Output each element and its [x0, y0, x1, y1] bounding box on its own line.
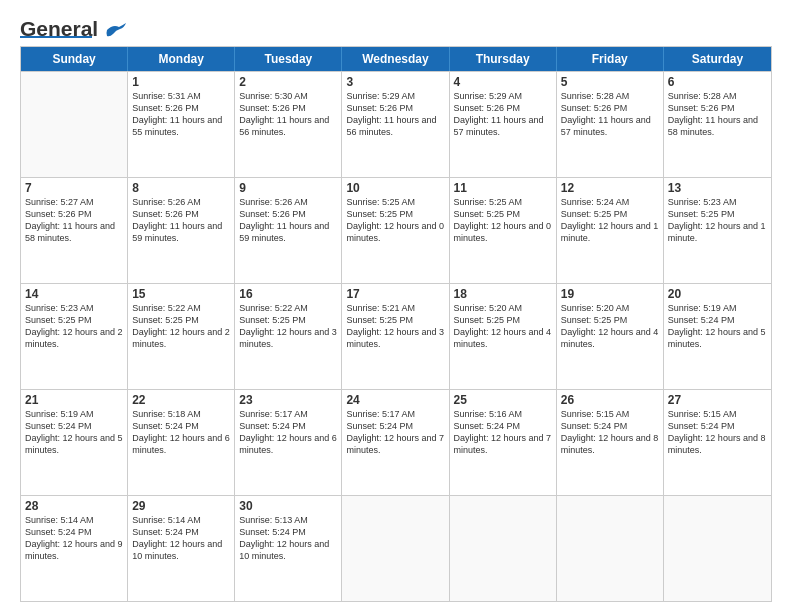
cell-info: Sunrise: 5:15 AMSunset: 5:24 PMDaylight:…: [668, 408, 767, 457]
cell-info: Sunrise: 5:20 AMSunset: 5:25 PMDaylight:…: [561, 302, 659, 351]
calendar-cell: 18Sunrise: 5:20 AMSunset: 5:25 PMDayligh…: [450, 284, 557, 389]
cell-info: Sunrise: 5:23 AMSunset: 5:25 PMDaylight:…: [25, 302, 123, 351]
day-number: 24: [346, 393, 444, 407]
day-number: 22: [132, 393, 230, 407]
day-number: 4: [454, 75, 552, 89]
calendar-cell: 17Sunrise: 5:21 AMSunset: 5:25 PMDayligh…: [342, 284, 449, 389]
calendar: SundayMondayTuesdayWednesdayThursdayFrid…: [20, 46, 772, 602]
cell-info: Sunrise: 5:26 AMSunset: 5:26 PMDaylight:…: [239, 196, 337, 245]
calendar-cell: 6Sunrise: 5:28 AMSunset: 5:26 PMDaylight…: [664, 72, 771, 177]
day-number: 1: [132, 75, 230, 89]
calendar-cell: 10Sunrise: 5:25 AMSunset: 5:25 PMDayligh…: [342, 178, 449, 283]
cell-info: Sunrise: 5:27 AMSunset: 5:26 PMDaylight:…: [25, 196, 123, 245]
calendar-cell: 25Sunrise: 5:16 AMSunset: 5:24 PMDayligh…: [450, 390, 557, 495]
calendar-cell: 13Sunrise: 5:23 AMSunset: 5:25 PMDayligh…: [664, 178, 771, 283]
calendar-cell: 8Sunrise: 5:26 AMSunset: 5:26 PMDaylight…: [128, 178, 235, 283]
header: General: [20, 18, 772, 38]
day-number: 7: [25, 181, 123, 195]
cell-info: Sunrise: 5:13 AMSunset: 5:24 PMDaylight:…: [239, 514, 337, 563]
calendar-cell: 28Sunrise: 5:14 AMSunset: 5:24 PMDayligh…: [21, 496, 128, 601]
cell-info: Sunrise: 5:20 AMSunset: 5:25 PMDaylight:…: [454, 302, 552, 351]
day-header-tuesday: Tuesday: [235, 47, 342, 71]
calendar-cell: [664, 496, 771, 601]
cell-info: Sunrise: 5:25 AMSunset: 5:25 PMDaylight:…: [346, 196, 444, 245]
cell-info: Sunrise: 5:21 AMSunset: 5:25 PMDaylight:…: [346, 302, 444, 351]
calendar-cell: 16Sunrise: 5:22 AMSunset: 5:25 PMDayligh…: [235, 284, 342, 389]
day-number: 27: [668, 393, 767, 407]
cell-info: Sunrise: 5:30 AMSunset: 5:26 PMDaylight:…: [239, 90, 337, 139]
calendar-cell: [557, 496, 664, 601]
day-number: 19: [561, 287, 659, 301]
calendar-cell: 22Sunrise: 5:18 AMSunset: 5:24 PMDayligh…: [128, 390, 235, 495]
cell-info: Sunrise: 5:31 AMSunset: 5:26 PMDaylight:…: [132, 90, 230, 139]
calendar-cell: 29Sunrise: 5:14 AMSunset: 5:24 PMDayligh…: [128, 496, 235, 601]
calendar-cell: 24Sunrise: 5:17 AMSunset: 5:24 PMDayligh…: [342, 390, 449, 495]
cell-info: Sunrise: 5:14 AMSunset: 5:24 PMDaylight:…: [25, 514, 123, 563]
cell-info: Sunrise: 5:29 AMSunset: 5:26 PMDaylight:…: [346, 90, 444, 139]
day-number: 18: [454, 287, 552, 301]
day-number: 29: [132, 499, 230, 513]
day-number: 28: [25, 499, 123, 513]
cell-info: Sunrise: 5:26 AMSunset: 5:26 PMDaylight:…: [132, 196, 230, 245]
day-number: 14: [25, 287, 123, 301]
calendar-cell: 14Sunrise: 5:23 AMSunset: 5:25 PMDayligh…: [21, 284, 128, 389]
cell-info: Sunrise: 5:17 AMSunset: 5:24 PMDaylight:…: [346, 408, 444, 457]
day-header-thursday: Thursday: [450, 47, 557, 71]
cell-info: Sunrise: 5:15 AMSunset: 5:24 PMDaylight:…: [561, 408, 659, 457]
day-header-sunday: Sunday: [21, 47, 128, 71]
calendar-cell: 30Sunrise: 5:13 AMSunset: 5:24 PMDayligh…: [235, 496, 342, 601]
day-header-friday: Friday: [557, 47, 664, 71]
calendar-cell: 7Sunrise: 5:27 AMSunset: 5:26 PMDaylight…: [21, 178, 128, 283]
calendar-cell: 5Sunrise: 5:28 AMSunset: 5:26 PMDaylight…: [557, 72, 664, 177]
cell-info: Sunrise: 5:22 AMSunset: 5:25 PMDaylight:…: [239, 302, 337, 351]
day-number: 5: [561, 75, 659, 89]
day-number: 12: [561, 181, 659, 195]
cell-info: Sunrise: 5:19 AMSunset: 5:24 PMDaylight:…: [668, 302, 767, 351]
calendar-cell: 4Sunrise: 5:29 AMSunset: 5:26 PMDaylight…: [450, 72, 557, 177]
day-number: 23: [239, 393, 337, 407]
cell-info: Sunrise: 5:29 AMSunset: 5:26 PMDaylight:…: [454, 90, 552, 139]
calendar-cell: 9Sunrise: 5:26 AMSunset: 5:26 PMDaylight…: [235, 178, 342, 283]
calendar-cell: 15Sunrise: 5:22 AMSunset: 5:25 PMDayligh…: [128, 284, 235, 389]
week-row-2: 7Sunrise: 5:27 AMSunset: 5:26 PMDaylight…: [21, 177, 771, 283]
calendar-cell: [450, 496, 557, 601]
day-number: 30: [239, 499, 337, 513]
calendar-body: 1Sunrise: 5:31 AMSunset: 5:26 PMDaylight…: [21, 71, 771, 601]
calendar-cell: 12Sunrise: 5:24 AMSunset: 5:25 PMDayligh…: [557, 178, 664, 283]
day-header-monday: Monday: [128, 47, 235, 71]
day-number: 17: [346, 287, 444, 301]
cell-info: Sunrise: 5:23 AMSunset: 5:25 PMDaylight:…: [668, 196, 767, 245]
week-row-4: 21Sunrise: 5:19 AMSunset: 5:24 PMDayligh…: [21, 389, 771, 495]
cell-info: Sunrise: 5:24 AMSunset: 5:25 PMDaylight:…: [561, 196, 659, 245]
logo-underline: [20, 36, 92, 38]
cell-info: Sunrise: 5:14 AMSunset: 5:24 PMDaylight:…: [132, 514, 230, 563]
calendar-cell: 11Sunrise: 5:25 AMSunset: 5:25 PMDayligh…: [450, 178, 557, 283]
logo: General: [20, 18, 127, 38]
day-number: 25: [454, 393, 552, 407]
logo-bird-icon: [105, 22, 127, 38]
cell-info: Sunrise: 5:19 AMSunset: 5:24 PMDaylight:…: [25, 408, 123, 457]
calendar-cell: 2Sunrise: 5:30 AMSunset: 5:26 PMDaylight…: [235, 72, 342, 177]
calendar-cell: 23Sunrise: 5:17 AMSunset: 5:24 PMDayligh…: [235, 390, 342, 495]
cell-info: Sunrise: 5:28 AMSunset: 5:26 PMDaylight:…: [561, 90, 659, 139]
day-number: 26: [561, 393, 659, 407]
day-header-saturday: Saturday: [664, 47, 771, 71]
day-header-wednesday: Wednesday: [342, 47, 449, 71]
calendar-cell: [21, 72, 128, 177]
calendar-cell: 27Sunrise: 5:15 AMSunset: 5:24 PMDayligh…: [664, 390, 771, 495]
week-row-3: 14Sunrise: 5:23 AMSunset: 5:25 PMDayligh…: [21, 283, 771, 389]
calendar-cell: 1Sunrise: 5:31 AMSunset: 5:26 PMDaylight…: [128, 72, 235, 177]
day-number: 8: [132, 181, 230, 195]
calendar-cell: 20Sunrise: 5:19 AMSunset: 5:24 PMDayligh…: [664, 284, 771, 389]
page: General SundayMondayTuesdayWednesdayThur…: [0, 0, 792, 612]
cell-info: Sunrise: 5:16 AMSunset: 5:24 PMDaylight:…: [454, 408, 552, 457]
day-number: 3: [346, 75, 444, 89]
day-number: 15: [132, 287, 230, 301]
day-number: 6: [668, 75, 767, 89]
day-number: 9: [239, 181, 337, 195]
calendar-cell: 3Sunrise: 5:29 AMSunset: 5:26 PMDaylight…: [342, 72, 449, 177]
cell-info: Sunrise: 5:22 AMSunset: 5:25 PMDaylight:…: [132, 302, 230, 351]
cell-info: Sunrise: 5:25 AMSunset: 5:25 PMDaylight:…: [454, 196, 552, 245]
day-number: 20: [668, 287, 767, 301]
cell-info: Sunrise: 5:18 AMSunset: 5:24 PMDaylight:…: [132, 408, 230, 457]
